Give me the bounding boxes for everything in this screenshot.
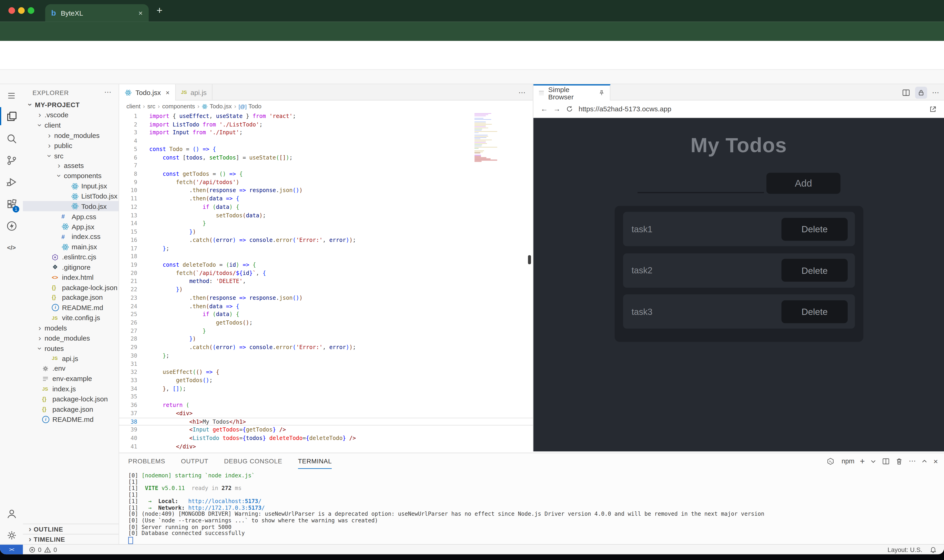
tree-item-input-jsx[interactable]: Input.jsx bbox=[23, 181, 119, 191]
minimap[interactable] bbox=[474, 113, 501, 162]
tree-item-app-css[interactable]: #App.css bbox=[23, 211, 119, 222]
tree-item-my-project[interactable]: ›MY-PROJECT bbox=[23, 100, 119, 110]
delete-todo-button[interactable]: Delete bbox=[781, 218, 848, 240]
source-control-icon[interactable] bbox=[5, 154, 18, 167]
tree-item--env[interactable]: .env bbox=[23, 363, 119, 374]
tree-item-app-jsx[interactable]: App.jsx bbox=[23, 222, 119, 232]
close-tab-icon[interactable]: × bbox=[166, 89, 169, 96]
panel-tab-terminal[interactable]: TERMINAL bbox=[298, 453, 332, 469]
tab-api-js[interactable]: JS api.js bbox=[176, 84, 213, 100]
code-editor[interactable]: 1234567891011121314151617181920212223242… bbox=[119, 112, 533, 451]
panel-tab-output[interactable]: OUTPUT bbox=[181, 453, 208, 469]
close-panel-icon[interactable]: × bbox=[933, 457, 938, 465]
split-editor-icon[interactable] bbox=[902, 89, 910, 97]
tab-close-icon[interactable]: × bbox=[139, 9, 143, 17]
remote-indicator[interactable]: >< bbox=[0, 545, 23, 554]
browser-tab[interactable]: b ByteXL × bbox=[45, 4, 149, 22]
todo-app-title: My Todos bbox=[533, 134, 944, 157]
code-view-icon[interactable]: </> bbox=[5, 241, 18, 254]
tree-item-todo-jsx[interactable]: Todo.jsx bbox=[23, 201, 119, 211]
problems-status[interactable]: 0 0 bbox=[29, 545, 57, 554]
simple-browser-panel: Simple Browser ⋯ ← → https://a52had-5173… bbox=[533, 84, 944, 451]
preview-back-icon[interactable]: ← bbox=[541, 105, 548, 113]
window-zoom-button[interactable] bbox=[28, 7, 34, 14]
split-terminal-icon[interactable] bbox=[882, 457, 890, 465]
tree-item--eslintrc-cjs[interactable]: .eslintrc.cjs bbox=[23, 252, 119, 262]
tree-item-api-js[interactable]: JSapi.js bbox=[23, 354, 119, 363]
search-icon[interactable] bbox=[5, 132, 18, 145]
tree-item-env-example[interactable]: env-example bbox=[23, 374, 119, 384]
timeline-section[interactable]: ›TIMELINE bbox=[23, 534, 119, 544]
tree-item-readme-md[interactable]: iREADME.md bbox=[23, 414, 119, 425]
preview-forward-icon[interactable]: → bbox=[553, 105, 561, 113]
tab-simple-browser[interactable]: Simple Browser bbox=[533, 84, 610, 100]
delete-todo-button[interactable]: Delete bbox=[781, 259, 848, 282]
panel-tab-debug-console[interactable]: DEBUG CONSOLE bbox=[224, 453, 282, 469]
breadcrumb-item[interactable]: Todo.jsx bbox=[202, 103, 232, 109]
tree-item-package-json[interactable]: {}package.json bbox=[23, 404, 119, 414]
todo-list-card: task1Deletetask2Deletetask3Delete bbox=[615, 206, 864, 342]
delete-todo-button[interactable]: Delete bbox=[781, 300, 848, 323]
tree-item-index-html[interactable]: <>index.html bbox=[23, 272, 119, 282]
new-terminal-icon[interactable]: + bbox=[860, 456, 865, 466]
tree-item-package-json[interactable]: {}package.json bbox=[23, 292, 119, 303]
terminal-output[interactable]: [0] [nodemon] starting `node index.js`[1… bbox=[128, 472, 764, 543]
tree-item--gitignore[interactable]: .gitignore bbox=[23, 262, 119, 272]
tree-item-package-lock-json[interactable]: {}package-lock.json bbox=[23, 394, 119, 404]
lock-icon[interactable] bbox=[915, 87, 927, 99]
tree-item-vite-config-js[interactable]: JSvite.config.js bbox=[23, 313, 119, 323]
preview-reload-icon[interactable] bbox=[566, 105, 573, 112]
tree-item-index-js[interactable]: JSindex.js bbox=[23, 384, 119, 394]
add-todo-button[interactable]: Add bbox=[766, 173, 841, 194]
tree-item-routes[interactable]: ›routes bbox=[23, 343, 119, 353]
menu-icon[interactable] bbox=[5, 89, 18, 102]
tree-item-node-modules[interactable]: ›node_modules bbox=[23, 130, 119, 140]
window-minimize-button[interactable] bbox=[18, 7, 25, 14]
tree-item-public[interactable]: ›public bbox=[23, 140, 119, 151]
explorer-actions-icon[interactable]: ⋯ bbox=[104, 88, 111, 96]
tree-item-assets[interactable]: ›assets bbox=[23, 161, 119, 171]
tree-item-node-modules[interactable]: ›node_modules bbox=[23, 333, 119, 343]
outline-section[interactable]: ›OUTLINE bbox=[23, 524, 119, 534]
todo-text-input[interactable] bbox=[638, 192, 764, 193]
tree-item-readme-md[interactable]: iREADME.md bbox=[23, 303, 119, 313]
keyboard-layout[interactable]: Layout: U.S. bbox=[887, 546, 922, 553]
panel-more-icon[interactable]: ⋯ bbox=[909, 457, 916, 465]
chevron-icon: › bbox=[56, 172, 62, 180]
tab-todo-jsx[interactable]: Todo.jsx× bbox=[119, 84, 176, 100]
tree-item-package-lock-json[interactable]: {}package-lock.json bbox=[23, 282, 119, 292]
tree-item-client[interactable]: ›client bbox=[23, 120, 119, 130]
terminal-shell-label[interactable]: npm bbox=[842, 457, 855, 465]
kill-terminal-icon[interactable] bbox=[896, 457, 903, 465]
editor-splitter-handle[interactable] bbox=[528, 255, 531, 264]
new-tab-button[interactable]: + bbox=[157, 5, 163, 17]
tree-item-index-css[interactable]: #index.css bbox=[23, 232, 119, 242]
breadcrumb-item[interactable]: src bbox=[147, 103, 156, 109]
breadcrumb-separator: › bbox=[158, 103, 160, 109]
tree-item-components[interactable]: ›components bbox=[23, 171, 119, 181]
terminal-dropdown-icon[interactable] bbox=[870, 458, 877, 464]
notifications-bell-icon[interactable] bbox=[930, 546, 937, 553]
account-icon[interactable] bbox=[5, 507, 18, 520]
editor-actions-icon[interactable]: ⋯ bbox=[518, 89, 525, 97]
more-actions-icon[interactable]: ⋯ bbox=[932, 89, 939, 97]
breadcrumb[interactable]: client›src›components›Todo.jsx›[@]Todo bbox=[119, 100, 533, 112]
maximize-panel-icon[interactable] bbox=[921, 458, 928, 464]
tree-item-src[interactable]: ›src bbox=[23, 151, 119, 161]
open-external-icon[interactable] bbox=[929, 105, 937, 113]
tree-item-listtodo-jsx[interactable]: ListTodo.jsx bbox=[23, 191, 119, 201]
breadcrumb-item[interactable]: [@]Todo bbox=[239, 103, 262, 109]
run-debug-icon[interactable] bbox=[5, 175, 18, 188]
settings-gear-icon[interactable] bbox=[5, 529, 18, 542]
tree-item-main-jsx[interactable]: main.jsx bbox=[23, 242, 119, 252]
explorer-icon[interactable] bbox=[5, 109, 18, 123]
tree-item-models[interactable]: ›models bbox=[23, 323, 119, 333]
panel-tab-problems[interactable]: PROBLEMS bbox=[128, 453, 165, 469]
lightning-icon[interactable] bbox=[5, 219, 18, 232]
tree-item--vscode[interactable]: ›.vscode bbox=[23, 110, 119, 120]
pin-icon[interactable] bbox=[599, 90, 605, 96]
preview-url[interactable]: https://a52had-5173.ocws.app bbox=[579, 105, 924, 112]
breadcrumb-item[interactable]: components bbox=[162, 103, 195, 109]
breadcrumb-item[interactable]: client bbox=[126, 103, 140, 109]
window-close-button[interactable] bbox=[9, 7, 15, 14]
